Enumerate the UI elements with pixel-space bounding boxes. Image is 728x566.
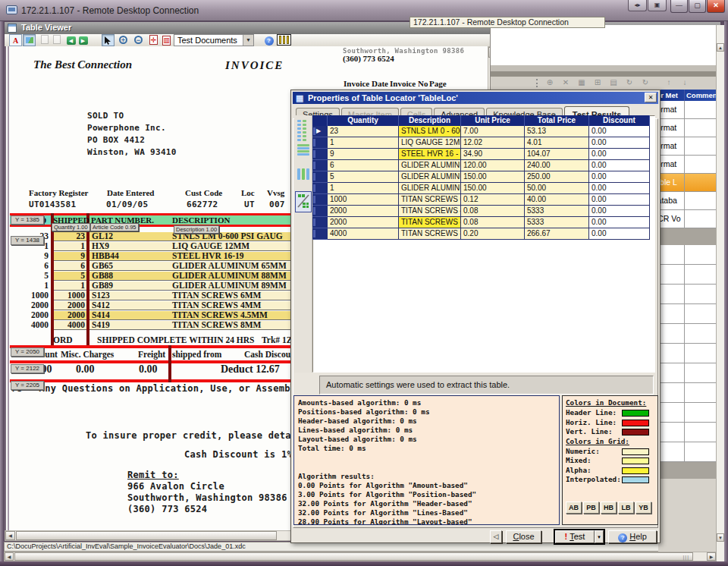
- find-in-doc-icon[interactable]: ⊞: [592, 78, 604, 86]
- find-icon[interactable]: ⊕: [544, 78, 556, 86]
- grid-cell[interactable]: 4.01: [525, 137, 589, 149]
- scroll-right-icon[interactable]: ▶: [707, 552, 716, 561]
- grid-row[interactable]: 4000TITAN SCREWS 80.20266.670.00: [312, 228, 651, 240]
- prev-document-icon[interactable]: ◀: [64, 34, 77, 46]
- send-forward-icon[interactable]: ↻: [623, 78, 635, 86]
- grid-cell[interactable]: TITAN SCREWS 4.: [399, 217, 461, 228]
- cells-view-button[interactable]: [295, 118, 312, 139]
- columns-view-button[interactable]: [295, 166, 312, 187]
- grid-column-header[interactable]: Discount: [589, 115, 650, 126]
- fit-page-icon[interactable]: ▥: [160, 34, 173, 46]
- grid-cell[interactable]: TITAN SCREWS 4: [399, 206, 461, 217]
- delete-icon[interactable]: ✕: [560, 78, 572, 86]
- export-icon[interactable]: ▤: [607, 78, 620, 86]
- grid-cell[interactable]: 0.00: [589, 183, 650, 194]
- toolbar-handle[interactable]: [536, 79, 538, 87]
- back-button[interactable]: ◁: [490, 530, 502, 543]
- grid-column-header[interactable]: Description: [399, 115, 461, 126]
- grid-column-header[interactable]: Total Price: [525, 115, 589, 126]
- grid-cell[interactable]: 240.00: [525, 160, 589, 171]
- grid-cell[interactable]: 50.00: [525, 183, 589, 194]
- grid-cell[interactable]: 0.00: [589, 206, 650, 217]
- grid-cell[interactable]: GLIDER ALUMINU: [399, 171, 461, 183]
- grid-cell[interactable]: 2000: [328, 217, 399, 228]
- grid-cell[interactable]: 0.00: [589, 149, 650, 160]
- main-hscroll-thumb[interactable]: |||: [14, 552, 693, 561]
- grid-cell[interactable]: 1: [328, 137, 399, 149]
- grid-cell[interactable]: 0.12: [461, 194, 525, 206]
- help-button[interactable]: ? Help: [608, 530, 657, 543]
- grid-cell[interactable]: 0.00: [589, 160, 650, 171]
- grid-cell[interactable]: 266.67: [525, 228, 589, 240]
- next-document-icon[interactable]: ▶: [77, 34, 89, 46]
- minimize-button[interactable]: —: [670, 0, 688, 13]
- grid-cell[interactable]: TITAN SCREWS 6: [399, 194, 461, 206]
- grid-cell[interactable]: 12.02: [461, 137, 525, 149]
- main-vscrollbar[interactable]: ▲ ▼: [716, 25, 724, 561]
- help-toolbar-button[interactable]: ?: [262, 34, 275, 46]
- main-hscrollbar[interactable]: ◀ ||| ▶: [4, 552, 720, 561]
- grid-cell[interactable]: STEEL HVR 16 - 19: [399, 149, 461, 160]
- grid-cell[interactable]: 0.00: [589, 228, 650, 240]
- grid-cell[interactable]: 150.00: [461, 183, 525, 194]
- legend-button-hb[interactable]: HB: [601, 502, 617, 514]
- grid-cell[interactable]: 2000: [328, 206, 399, 217]
- grid-row[interactable]: 9STEEL HVR 16 - 1934.90104.070.00: [312, 149, 651, 160]
- test-dropdown-icon[interactable]: ▼: [595, 530, 604, 543]
- grid-cell[interactable]: 7.00: [461, 126, 525, 137]
- grid-cell[interactable]: 0.00: [589, 194, 650, 206]
- grid-row[interactable]: ▶23STNLS LM 0 - 6007.0053.130.00: [312, 126, 651, 137]
- grid-cell[interactable]: 0.00: [589, 217, 650, 228]
- grid-column-header[interactable]: Quantity: [328, 115, 399, 126]
- grid-cell[interactable]: LIQ GAUGE 12MM: [399, 137, 461, 149]
- grid-cell[interactable]: 0.20: [461, 228, 525, 240]
- next-page-icon[interactable]: [50, 34, 63, 46]
- grid-cell[interactable]: 0.00: [589, 171, 650, 183]
- zoom-out-icon[interactable]: −: [132, 34, 145, 46]
- prev-page-icon[interactable]: [38, 34, 51, 46]
- grid-row[interactable]: 2000TITAN SCREWS 40.0853330.00: [312, 206, 651, 217]
- properties-icon[interactable]: ▦: [576, 78, 588, 86]
- grid-row[interactable]: 5GLIDER ALUMINU150.00250.000.00: [312, 171, 651, 183]
- grid-cell[interactable]: 104.07: [525, 149, 589, 160]
- grid-row[interactable]: 1GLIDER ALUMINU150.0050.000.00: [312, 183, 651, 194]
- grid-cell[interactable]: 5: [328, 171, 399, 183]
- grid-cell[interactable]: 34.90: [461, 149, 525, 160]
- grid-cell[interactable]: 0.00: [589, 137, 650, 149]
- grid-cell[interactable]: 40.00: [525, 194, 589, 206]
- grid-row[interactable]: 6GLIDER ALUMINU120.00240.000.00: [312, 160, 651, 171]
- scroll-up-icon[interactable]: ▲: [717, 43, 724, 52]
- layout-view-button[interactable]: [295, 191, 312, 212]
- move-down-icon[interactable]: ↓: [679, 78, 691, 86]
- zoom-in-icon[interactable]: +: [117, 34, 130, 46]
- legend-button-pb[interactable]: PB: [583, 502, 599, 514]
- scroll-down-icon[interactable]: ▼: [717, 533, 724, 542]
- rdp-quality-button[interactable]: ◂▸: [628, 0, 647, 11]
- grid-cell[interactable]: 1000: [328, 194, 399, 206]
- outer-window-titlebar[interactable]: 172.21.1.107 - Remote Desktop Connection…: [0, 0, 728, 21]
- dialog-titlebar[interactable]: ▦ Properties of Table Locator 'TableLoc': [293, 92, 658, 104]
- grid-cell[interactable]: 23: [328, 126, 399, 137]
- scroll-left-icon[interactable]: ◀: [5, 531, 15, 540]
- grid-cell[interactable]: STNLS LM 0 - 600: [399, 126, 461, 137]
- rows-view-button[interactable]: [295, 142, 312, 163]
- grid-cell[interactable]: 0.08: [461, 217, 525, 228]
- grid-cell[interactable]: 6: [328, 160, 399, 171]
- grid-column-header[interactable]: Unit Price: [461, 115, 525, 126]
- legend-button-yb[interactable]: YB: [635, 502, 651, 514]
- hscroll-thumb[interactable]: [16, 531, 277, 540]
- close-button[interactable]: ✕: [707, 0, 725, 13]
- restore-button[interactable]: ▢: [689, 0, 706, 13]
- grid-cell[interactable]: 0.00: [589, 126, 650, 137]
- grid-cell[interactable]: GLIDER ALUMINU: [399, 183, 461, 194]
- select-cursor-icon[interactable]: [102, 34, 115, 46]
- grid-cell[interactable]: TITAN SCREWS 8: [399, 228, 461, 240]
- dialog-close-icon[interactable]: ✕: [645, 93, 657, 102]
- grid-row[interactable]: 1LIQ GAUGE 12MM12.024.010.00: [312, 137, 651, 149]
- close-dialog-button[interactable]: Close: [506, 530, 541, 543]
- document-set-select[interactable]: Test Documents ▼: [174, 34, 254, 46]
- grid-cell[interactable]: GLIDER ALUMINU: [399, 160, 461, 171]
- chevron-down-icon[interactable]: ▼: [243, 35, 253, 46]
- grid-cell[interactable]: 250.00: [525, 171, 589, 183]
- fit-width-icon[interactable]: ✛: [147, 34, 160, 46]
